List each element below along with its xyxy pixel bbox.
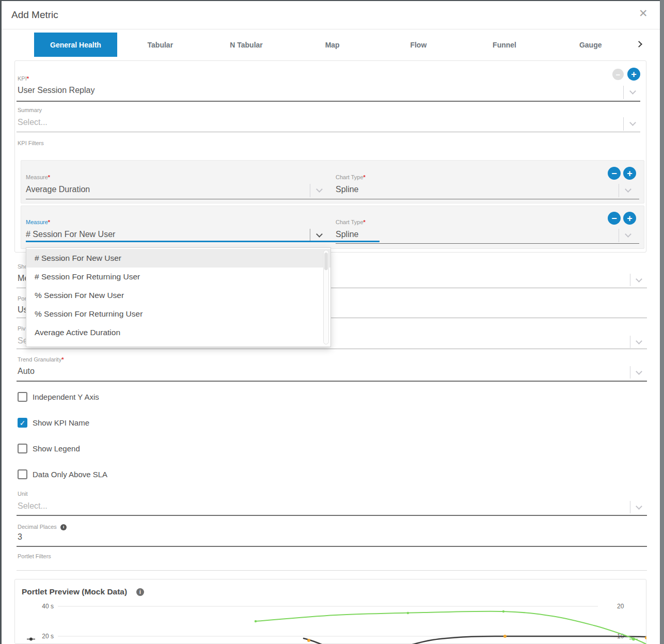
occluded-field-3-underline (17, 349, 647, 349)
show-legend-label: Show Legend (33, 444, 80, 453)
add-measure-1-button[interactable]: + (623, 167, 636, 180)
measure-1-select-separator (310, 184, 310, 197)
trend-granularity-separator (630, 366, 630, 379)
measure-1-underline (26, 199, 380, 199)
tab-bar: Tabular N Tabular Map Flow Funnel Gauge (117, 33, 634, 57)
remove-measure-2-button[interactable]: − (608, 212, 621, 225)
kpi-select-value[interactable]: User Session Replay (18, 86, 94, 95)
tab-tabular[interactable]: Tabular (117, 33, 203, 57)
measure-2-label: Measure* (26, 219, 50, 225)
measure-1-label: Measure* (26, 174, 50, 180)
kpi-select-separator (623, 86, 624, 99)
kpi-label: KPI* (18, 75, 29, 82)
unit-underline (17, 515, 647, 516)
trend-granularity-underline (17, 381, 647, 382)
occluded-field-3-chevron-down-icon[interactable] (636, 338, 642, 344)
summary-select-placeholder[interactable]: Select... (18, 118, 48, 127)
add-kpi-button[interactable]: + (627, 68, 640, 81)
occluded-field-3-separator (630, 336, 630, 348)
unit-chevron-down-icon[interactable] (636, 503, 642, 510)
measure-1-select-value[interactable]: Average Duration (26, 185, 90, 194)
decimal-places-input[interactable]: 3 (18, 532, 22, 542)
measure-2-underline-focused (26, 241, 380, 242)
preview-chart (15, 599, 646, 644)
measure-2-select-value[interactable]: # Session For New User (26, 230, 115, 239)
occluded-field-2-label: Por (18, 295, 26, 302)
occluded-field-1-chevron-down-icon[interactable] (636, 276, 642, 282)
decimal-places-underline (17, 546, 647, 547)
unit-select-separator (630, 501, 630, 513)
portlet-preview-info-icon[interactable]: i (136, 588, 144, 596)
dropdown-option[interactable]: % Session For New User (26, 286, 330, 305)
dropdown-option[interactable]: Average Active Duration (26, 323, 330, 342)
show-legend-checkbox[interactable]: ✓ (18, 444, 27, 453)
trend-granularity-select-value[interactable]: Auto (18, 367, 35, 376)
summary-select-separator (623, 117, 624, 131)
dropdown-scrollbar[interactable] (323, 250, 329, 344)
chart-type-1-underline (336, 199, 639, 199)
modal-left-edge (0, 0, 2, 644)
chart-type-1-select-value[interactable]: Spline (336, 185, 358, 194)
portlet-filters-label: Portlet Filters (18, 553, 51, 559)
tab-general-health[interactable]: General Health (34, 33, 117, 57)
dropdown-option[interactable]: % Session For Returning User (26, 305, 330, 323)
decimal-places-label: Decimal Places (18, 524, 57, 530)
chart-type-1-select-separator (619, 184, 619, 197)
chart-type-2-select-separator (619, 229, 619, 242)
trend-granularity-chevron-down-icon[interactable] (636, 368, 642, 375)
show-kpi-name-checkbox[interactable]: ✓ (18, 418, 27, 428)
chart-type-2-select-value[interactable]: Spline (336, 230, 358, 239)
measure-row-2 (21, 206, 644, 249)
tab-flow[interactable]: Flow (375, 33, 462, 57)
close-icon[interactable]: ✕ (639, 7, 648, 20)
page-scrollbar[interactable] (660, 0, 664, 644)
independent-y-axis-label: Independent Y Axis (33, 392, 99, 401)
trend-granularity-label: Trend Granularity* (18, 356, 64, 363)
modal-header: Add Metric (2, 1, 660, 29)
add-metric-modal: Add Metric ✕ General Health Tabular N Ta… (0, 0, 664, 644)
tab-map[interactable]: Map (289, 33, 375, 57)
tab-gauge[interactable]: Gauge (547, 33, 634, 57)
independent-y-axis-checkbox[interactable]: ✓ (18, 392, 27, 402)
portlet-preview-title: Portlet Preview (Mock Data) (22, 587, 127, 596)
measure-dropdown: # Session For New User # Session For Ret… (26, 247, 331, 347)
dropdown-scrollbar-thumb[interactable] (324, 253, 328, 270)
chart-type-1-label: Chart Type* (336, 174, 366, 180)
kpi-underline (17, 101, 640, 102)
dropdown-option[interactable]: # Session For Returning User (26, 268, 330, 286)
data-only-above-sla-label: Data Only Above SLA (33, 470, 107, 479)
chart-type-2-underline (336, 243, 639, 244)
occluded-field-1-separator (630, 274, 630, 286)
tab-n-tabular[interactable]: N Tabular (203, 33, 290, 57)
occluded-field-3-label: Piv (18, 325, 25, 332)
decimal-places-info-icon[interactable]: i (60, 524, 67, 530)
unit-select-placeholder[interactable]: Select... (18, 501, 48, 511)
measure-row-1 (21, 160, 644, 203)
show-kpi-name-label: Show KPI Name (33, 418, 89, 427)
tab-funnel[interactable]: Funnel (462, 33, 548, 57)
chart-type-2-label: Chart Type* (336, 219, 366, 225)
add-measure-2-button[interactable]: + (623, 212, 636, 225)
summary-underline (17, 132, 640, 132)
more-tabs-chevron-right-icon[interactable] (636, 41, 642, 48)
kpi-filters-label: KPI Filters (18, 140, 44, 146)
portlet-filters-underline (17, 570, 647, 571)
summary-label: Summary (18, 107, 42, 113)
remove-kpi-button[interactable]: − (612, 69, 624, 80)
remove-measure-1-button[interactable]: − (608, 167, 621, 180)
data-only-above-sla-checkbox[interactable]: ✓ (18, 469, 27, 479)
modal-title: Add Metric (11, 9, 58, 21)
unit-label: Unit (18, 491, 28, 497)
dropdown-option[interactable]: # Session For New User (26, 249, 330, 268)
